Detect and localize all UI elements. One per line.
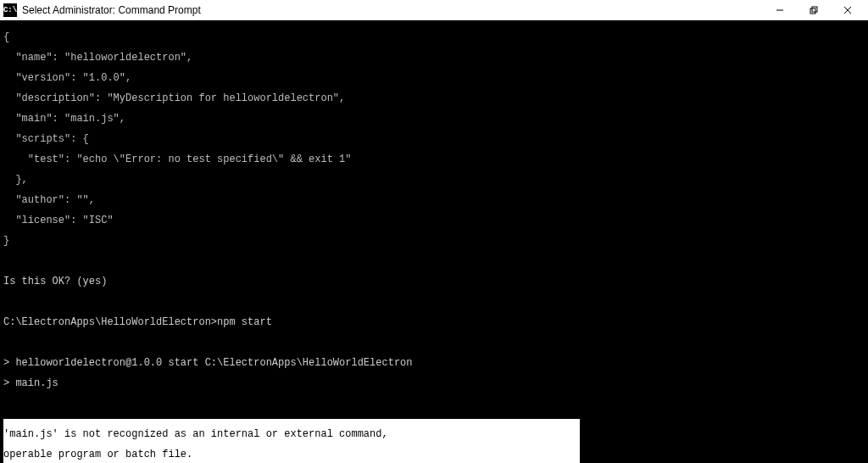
- json-line: "test": "echo \"Error: no test specified…: [3, 154, 865, 165]
- start-line: > helloworldelectron@1.0.0 start C:\Elec…: [3, 358, 865, 368]
- err-msg: 'main.js' is not recognized as an intern…: [3, 429, 580, 439]
- minimize-icon: [776, 6, 784, 14]
- json-line: }: [3, 236, 865, 246]
- err-msg: operable program or batch file.: [3, 449, 580, 460]
- json-line: "main": "main.js",: [3, 114, 865, 124]
- minimize-button[interactable]: [763, 0, 797, 20]
- confirm-line: Is this OK? (yes): [3, 276, 865, 287]
- blank-line: [3, 256, 865, 266]
- svg-rect-2: [812, 7, 817, 12]
- mainjs-line: > main.js: [3, 378, 865, 388]
- json-line: "author": "",: [3, 195, 865, 205]
- blank-line: [3, 297, 865, 307]
- title-bar: C:\ Select Administrator: Command Prompt: [0, 0, 868, 20]
- cmd-icon: C:\: [3, 3, 17, 17]
- json-line: "version": "1.0.0",: [3, 73, 865, 83]
- json-line: "description": "MyDescription for hellow…: [3, 93, 865, 103]
- close-icon: [843, 6, 852, 14]
- terminal-body[interactable]: { "name": "helloworldelectron", "version…: [0, 20, 868, 463]
- error-block: 'main.js' is not recognized as an intern…: [3, 419, 580, 463]
- maximize-button[interactable]: [797, 0, 831, 20]
- svg-rect-1: [810, 8, 815, 14]
- blank-line: [3, 337, 865, 348]
- window-title: Select Administrator: Command Prompt: [22, 4, 763, 16]
- window-controls: [763, 0, 865, 20]
- json-line: },: [3, 175, 865, 185]
- json-line: "scripts": {: [3, 134, 865, 144]
- prompt-line: C:\ElectronApps\HelloWorldElectron>npm s…: [3, 317, 865, 327]
- json-line: "name": "helloworldelectron",: [3, 53, 865, 63]
- json-line: {: [3, 32, 865, 42]
- close-button[interactable]: [831, 0, 865, 20]
- blank-line: [3, 399, 865, 409]
- maximize-icon: [810, 6, 818, 14]
- json-line: "license": "ISC": [3, 215, 865, 226]
